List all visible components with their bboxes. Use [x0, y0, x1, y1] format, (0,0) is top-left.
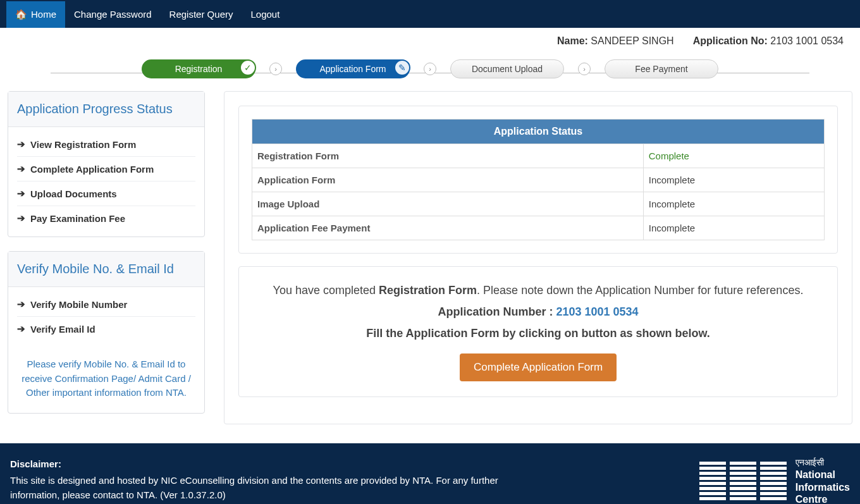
step-registration[interactable]: Registration ✓: [142, 59, 255, 78]
panel-verify: Verify Mobile No. & Email Id ➔Verify Mob…: [8, 251, 205, 414]
nav-logout[interactable]: Logout: [242, 1, 288, 28]
top-navbar: 🏠Home Change Password Register Query Log…: [0, 0, 860, 28]
table-row: Image UploadIncomplete: [252, 192, 825, 216]
arrow-right-icon: ➔: [17, 163, 25, 175]
nic-logo-bars: [699, 462, 787, 500]
nav-register-query[interactable]: Register Query: [161, 1, 242, 28]
step-upload[interactable]: Document Upload: [450, 59, 564, 78]
arrow-right-icon: ➔: [17, 212, 25, 224]
status-card: Application Status Registration FormComp…: [238, 106, 838, 254]
message-card: You have completed Registration Form. Pl…: [238, 266, 838, 397]
panel-verify-header: Verify Mobile No. & Email Id: [8, 252, 204, 287]
info-appno: Application No: 2103 1001 0534: [693, 35, 844, 47]
arrow-right-icon: ➔: [17, 323, 25, 335]
message-text: You have completed Registration Form. Pl…: [252, 280, 825, 345]
footer: Disclaimer: This site is designed and ho…: [0, 443, 860, 504]
complete-application-button[interactable]: Complete Application Form: [460, 353, 617, 381]
step-payment[interactable]: Fee Payment: [605, 59, 718, 78]
sidebar-item[interactable]: ➔Verify Mobile Number: [17, 292, 195, 317]
panel-progress: Application Progress Status ➔View Regist…: [8, 91, 205, 237]
verify-note: Please verify Mobile No. & Email Id to r…: [8, 347, 204, 413]
nic-logo: एनआईसी National Informatics Centre: [699, 457, 850, 504]
sidebar-item[interactable]: ➔Pay Examination Fee: [17, 206, 195, 230]
nic-logo-text: एनआईसी National Informatics Centre: [796, 457, 850, 504]
chevron-right-icon: ›: [578, 63, 591, 75]
home-icon: 🏠: [15, 9, 27, 20]
sidebar-item[interactable]: ➔View Registration Form: [17, 132, 195, 157]
footer-disclaimer: Disclaimer: This site is designed and ho…: [10, 457, 541, 503]
table-row: Application Fee PaymentIncomplete: [252, 216, 825, 240]
info-bar: Name: SANDEEP SINGH Application No: 2103…: [0, 28, 860, 54]
step-application[interactable]: Application Form ✎: [296, 59, 410, 78]
panel-progress-header: Application Progress Status: [8, 92, 204, 127]
status-header: Application Status: [252, 120, 825, 144]
nav-change-password[interactable]: Change Password: [65, 1, 161, 28]
chevron-right-icon: ›: [269, 63, 282, 75]
info-name: Name: SANDEEP SINGH: [557, 35, 674, 47]
sidebar-item[interactable]: ➔Upload Documents: [17, 181, 195, 206]
status-table: Application Status Registration FormComp…: [252, 119, 825, 240]
check-icon: ✓: [240, 59, 256, 76]
sidebar-item[interactable]: ➔Complete Application Form: [17, 157, 195, 181]
nav-home-label: Home: [31, 9, 56, 20]
sidebar-item[interactable]: ➔Verify Email Id: [17, 317, 195, 341]
sidebar: Application Progress Status ➔View Regist…: [8, 91, 205, 424]
steps-bar: Registration ✓ › Application Form ✎ › Do…: [0, 54, 860, 91]
main-content: Application Status Registration FormComp…: [224, 91, 852, 424]
table-row: Application FormIncomplete: [252, 168, 825, 192]
arrow-right-icon: ➔: [17, 138, 25, 150]
arrow-right-icon: ➔: [17, 188, 25, 199]
edit-icon: ✎: [394, 59, 410, 76]
nav-home[interactable]: 🏠Home: [6, 1, 65, 28]
chevron-right-icon: ›: [424, 63, 436, 75]
table-row: Registration FormComplete: [252, 144, 825, 168]
arrow-right-icon: ➔: [17, 298, 25, 310]
